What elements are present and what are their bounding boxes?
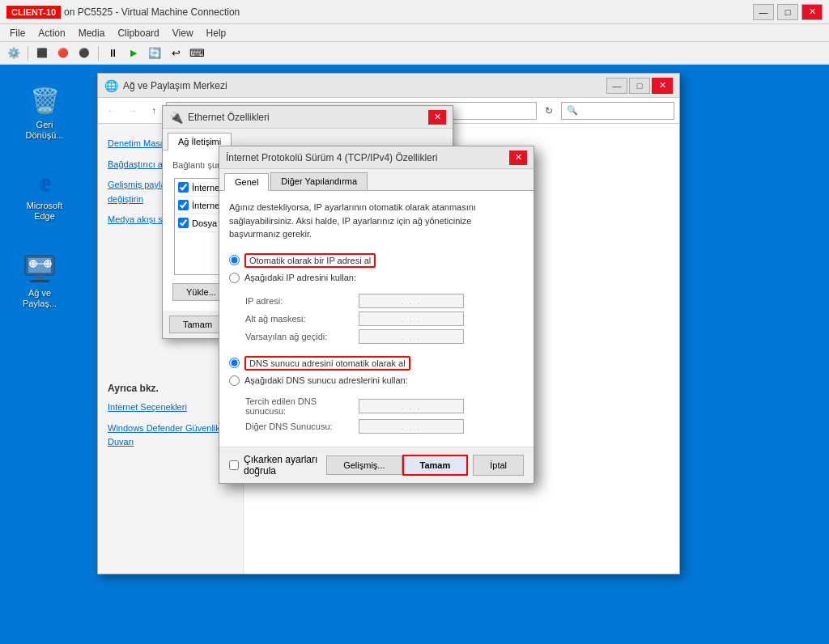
ip-auto-row: Otomatik olarak bir IP adresi al — [229, 251, 524, 270]
recycle-bin-label: GeriDönüşü... — [25, 120, 63, 141]
toolbar-btn-circle[interactable]: ⚫ — [75, 44, 93, 62]
up-button[interactable]: ↑ — [145, 102, 163, 120]
network-window-titlebar: 🌐 Ağ ve Paylaşım Merkezi — □ ✕ — [98, 74, 679, 98]
network-minimize-btn[interactable]: — — [606, 78, 627, 94]
network-label: Ağ vePaylaş... — [23, 288, 57, 309]
menu-clipboard[interactable]: Clipboard — [111, 26, 165, 40]
preferred-dns-input[interactable]: . . . — [359, 399, 464, 413]
ip-auto-radio[interactable] — [229, 255, 240, 265]
ip-radio-group: Otomatik olarak bir IP adresi al Aşağıda… — [229, 251, 524, 286]
menu-help[interactable]: Help — [200, 26, 233, 40]
protocol-checkbox-2[interactable] — [178, 200, 189, 210]
menu-media[interactable]: Media — [72, 26, 112, 40]
client-label: CLIENT-10 — [6, 6, 61, 19]
desktop-icon-network[interactable]: Ağ vePaylaş... — [11, 251, 68, 312]
refresh-button[interactable]: ↻ — [540, 102, 558, 120]
network-window-controls: — □ ✕ — [606, 78, 673, 94]
menu-file[interactable]: File — [3, 26, 32, 40]
ipv4-content: Ağınız destekliyorsa, IP ayarlarının oto… — [219, 191, 534, 447]
ipv4-title: İnternet Protokolü Sürüm 4 (TCP/IPv4) Öz… — [226, 152, 509, 163]
subnet-row: Alt ağ maskesi: . . . — [245, 311, 524, 326]
protocol-checkbox-1[interactable] — [178, 182, 189, 193]
footer-left: Çıkarken ayarları doğrula Gelişmiş... — [229, 454, 402, 477]
section-divider — [229, 347, 524, 354]
menu-view[interactable]: View — [166, 26, 200, 40]
dns-radio-group: DNS sunucu adresini otomatik olarak al A… — [229, 354, 524, 388]
ip-fields: IP adresi: . . . Alt ağ maskesi: . . . V… — [229, 294, 524, 344]
ip-auto-label-text: Otomatik olarak bir IP adresi al — [249, 256, 371, 265]
preferred-dns-row: Tercih edilen DNS sunucusu: . . . — [245, 396, 524, 416]
dns-fields: Tercih edilen DNS sunucusu: . . . Diğer … — [229, 396, 524, 434]
network-maximize-btn[interactable]: □ — [629, 78, 650, 94]
alternate-dns-row: Diğer DNS Sunucusu: . . . — [245, 419, 524, 434]
ip-manual-row: Aşağıdaki IP adresini kullan: — [229, 270, 524, 286]
maximize-button[interactable]: □ — [777, 4, 798, 20]
toolbar-btn-stop[interactable]: ⬛ — [33, 44, 51, 62]
ipv4-dialog: İnternet Protokolü Sürüm 4 (TCP/IPv4) Öz… — [219, 146, 534, 484]
toolbar-btn-refresh[interactable]: 🔄 — [146, 44, 164, 62]
menu-bar: File Action Media Clipboard View Help — [0, 24, 829, 42]
ipv4-tabs: Genel Diğer Yapılandırma — [219, 169, 534, 191]
ipv4-description: Ağınız destekliyorsa, IP ayarlarının oto… — [229, 201, 524, 241]
footer-buttons: Tamam İptal — [402, 455, 525, 476]
toolbar-btn-play[interactable]: ▶ — [125, 44, 142, 62]
dns-auto-row: DNS sunucu adresini otomatik olarak al — [229, 354, 524, 373]
recycle-bin-icon: 🗑️ — [28, 84, 61, 117]
advanced-button[interactable]: Gelişmiş... — [326, 455, 402, 475]
ipv4-titlebar: İnternet Protokolü Sürüm 4 (TCP/IPv4) Öz… — [219, 146, 534, 169]
ip-manual-label: Aşağıdaki IP adresini kullan: — [244, 273, 356, 282]
toolbar-btn-red[interactable]: 🔴 — [54, 44, 72, 62]
ok-button[interactable]: Tamam — [402, 455, 469, 476]
desktop-icon-edge[interactable]: e MicrosoftEdge — [16, 162, 73, 225]
cancel-button[interactable]: İptal — [473, 455, 524, 476]
ethernet-close-btn[interactable]: ✕ — [428, 110, 446, 125]
ip-address-row: IP adresi: . . . — [245, 294, 524, 308]
ethernet-dialog-icon: 🔌 — [169, 111, 183, 124]
edge-label: MicrosoftEdge — [27, 201, 63, 222]
dns-auto-radio[interactable] — [229, 358, 240, 368]
subnet-label: Alt ağ maskesi: — [245, 314, 359, 324]
network-window-title: Ağ ve Paylaşım Merkezi — [123, 80, 606, 91]
desktop-icon-recycle[interactable]: 🗑️ GeriDönüşü... — [16, 81, 73, 144]
dns-auto-label: DNS sunucu adresini otomatik olarak al — [244, 356, 410, 371]
back-button[interactable]: ← — [103, 102, 121, 120]
ethernet-ok-btn[interactable]: Tamam — [169, 316, 226, 333]
toolbar-btn-keyboard[interactable]: ⌨ — [188, 44, 206, 62]
ipv4-tab-other[interactable]: Diğer Yapılandırma — [270, 172, 368, 190]
ipv4-tab-general[interactable]: Genel — [224, 173, 269, 191]
validate-label: Çıkarken ayarları doğrula — [244, 454, 321, 477]
minimize-button[interactable]: — — [753, 4, 774, 20]
ethernet-dialog-title: Ethernet Özellikleri — [188, 112, 428, 123]
gateway-label: Varsayılan ağ geçidi: — [245, 332, 359, 341]
toolbar-btn-settings[interactable]: ⚙️ — [5, 44, 23, 62]
subnet-input[interactable]: . . . — [359, 311, 464, 326]
ethernet-titlebar: 🔌 Ethernet Özellikleri ✕ — [163, 106, 453, 129]
title-bar: CLIENT-10 on PC5525 - Virtual Machine Co… — [0, 0, 829, 24]
menu-action[interactable]: Action — [32, 26, 71, 40]
ip-auto-label: Otomatik olarak bir IP adresi al — [244, 253, 376, 268]
ip-address-input[interactable]: . . . — [359, 294, 464, 308]
desktop: 🗑️ GeriDönüşü... e MicrosoftEdge — [0, 65, 829, 644]
gateway-row: Varsayılan ağ geçidi: . . . — [245, 329, 524, 344]
toolbar: ⚙️ ⬛ 🔴 ⚫ ⏸ ▶ 🔄 ↩ ⌨ — [0, 42, 829, 65]
close-button[interactable]: ✕ — [801, 4, 823, 20]
svg-rect-2 — [36, 275, 44, 280]
ip-manual-radio[interactable] — [229, 273, 240, 283]
gateway-input[interactable]: . . . — [359, 329, 464, 344]
search-box[interactable]: 🔍 — [561, 102, 674, 120]
dns-manual-row: Aşağıdaki DNS sunucu adreslerini kullan: — [229, 373, 524, 388]
dns-auto-label-text: DNS sunucu adresini otomatik olarak al — [249, 358, 406, 368]
network-close-btn[interactable]: ✕ — [652, 78, 673, 94]
network-icon — [22, 254, 57, 285]
title-bar-controls: — □ ✕ — [753, 4, 823, 20]
validate-checkbox[interactable] — [229, 460, 239, 470]
ipv4-close-btn[interactable]: ✕ — [509, 150, 527, 165]
edge-icon: e — [28, 165, 61, 197]
forward-button[interactable]: → — [124, 102, 142, 120]
protocol-checkbox-3[interactable] — [178, 218, 189, 228]
window-title: on PC5525 - Virtual Machine Connection — [64, 6, 823, 18]
toolbar-btn-pause[interactable]: ⏸ — [104, 44, 121, 62]
alternate-dns-input[interactable]: . . . — [359, 419, 464, 434]
toolbar-btn-undo[interactable]: ↩ — [167, 44, 185, 62]
dns-manual-radio[interactable] — [229, 375, 240, 386]
